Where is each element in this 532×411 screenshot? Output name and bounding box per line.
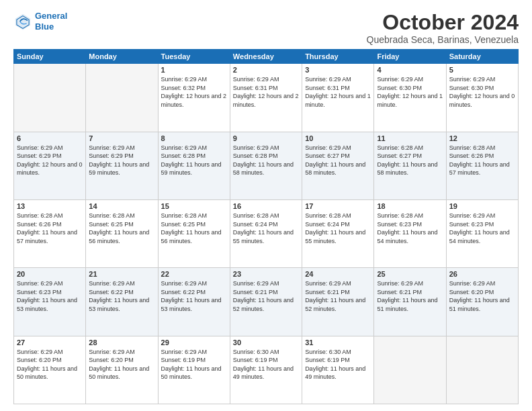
calendar-cell: 20Sunrise: 6:29 AM Sunset: 6:23 PM Dayli… xyxy=(14,268,86,336)
day-info: Sunrise: 6:28 AM Sunset: 6:25 PM Dayligh… xyxy=(89,212,154,245)
week-row-5: 27Sunrise: 6:29 AM Sunset: 6:20 PM Dayli… xyxy=(14,336,519,404)
page: General Blue October 2024 Quebrada Seca,… xyxy=(0,0,532,411)
calendar-cell: 25Sunrise: 6:29 AM Sunset: 6:21 PM Dayli… xyxy=(374,268,446,336)
calendar-cell: 17Sunrise: 6:28 AM Sunset: 6:24 PM Dayli… xyxy=(302,199,374,267)
day-info: Sunrise: 6:29 AM Sunset: 6:20 PM Dayligh… xyxy=(17,348,83,381)
location-subtitle: Quebrada Seca, Barinas, Venezuela xyxy=(367,34,519,45)
month-title: October 2024 xyxy=(367,11,519,34)
day-info: Sunrise: 6:28 AM Sunset: 6:24 PM Dayligh… xyxy=(233,212,299,245)
day-number: 18 xyxy=(377,202,443,210)
day-info: Sunrise: 6:29 AM Sunset: 6:29 PM Dayligh… xyxy=(17,144,83,177)
calendar-cell: 16Sunrise: 6:28 AM Sunset: 6:24 PM Dayli… xyxy=(230,199,302,267)
day-info: Sunrise: 6:29 AM Sunset: 6:21 PM Dayligh… xyxy=(377,279,443,313)
day-info: Sunrise: 6:29 AM Sunset: 6:21 PM Dayligh… xyxy=(233,279,299,313)
calendar-cell: 18Sunrise: 6:28 AM Sunset: 6:23 PM Dayli… xyxy=(374,199,446,267)
day-number: 29 xyxy=(161,338,227,347)
header: General Blue October 2024 Quebrada Seca,… xyxy=(13,11,519,45)
day-number: 4 xyxy=(377,66,443,74)
day-info: Sunrise: 6:30 AM Sunset: 6:19 PM Dayligh… xyxy=(233,348,299,381)
day-info: Sunrise: 6:29 AM Sunset: 6:23 PM Dayligh… xyxy=(17,279,83,313)
day-info: Sunrise: 6:29 AM Sunset: 6:31 PM Dayligh… xyxy=(305,75,371,109)
logo-line2: Blue xyxy=(35,21,54,32)
day-number: 15 xyxy=(161,202,227,210)
day-info: Sunrise: 6:28 AM Sunset: 6:23 PM Dayligh… xyxy=(377,212,443,245)
week-row-2: 6Sunrise: 6:29 AM Sunset: 6:29 PM Daylig… xyxy=(14,132,519,199)
calendar-cell xyxy=(86,64,158,132)
day-info: Sunrise: 6:29 AM Sunset: 6:32 PM Dayligh… xyxy=(161,75,227,109)
calendar-cell: 21Sunrise: 6:29 AM Sunset: 6:22 PM Dayli… xyxy=(86,268,158,336)
logo-text: General Blue xyxy=(35,11,67,32)
day-info: Sunrise: 6:29 AM Sunset: 6:19 PM Dayligh… xyxy=(161,348,227,381)
calendar-cell: 23Sunrise: 6:29 AM Sunset: 6:21 PM Dayli… xyxy=(230,268,302,336)
header-row: Sunday Monday Tuesday Wednesday Thursday… xyxy=(14,50,519,64)
day-info: Sunrise: 6:29 AM Sunset: 6:31 PM Dayligh… xyxy=(233,75,299,109)
calendar-cell: 7Sunrise: 6:29 AM Sunset: 6:29 PM Daylig… xyxy=(86,132,158,199)
day-info: Sunrise: 6:29 AM Sunset: 6:30 PM Dayligh… xyxy=(377,75,443,109)
day-number: 17 xyxy=(305,202,371,210)
logo-icon xyxy=(13,12,32,31)
day-number: 1 xyxy=(161,66,227,74)
title-block: October 2024 Quebrada Seca, Barinas, Ven… xyxy=(367,11,519,45)
calendar-cell: 12Sunrise: 6:28 AM Sunset: 6:26 PM Dayli… xyxy=(446,132,518,199)
calendar-cell xyxy=(374,336,446,404)
calendar-cell: 27Sunrise: 6:29 AM Sunset: 6:20 PM Dayli… xyxy=(14,336,86,404)
calendar-cell: 31Sunrise: 6:30 AM Sunset: 6:19 PM Dayli… xyxy=(302,336,374,404)
day-info: Sunrise: 6:29 AM Sunset: 6:23 PM Dayligh… xyxy=(449,212,515,245)
calendar-table: Sunday Monday Tuesday Wednesday Thursday… xyxy=(13,49,519,404)
col-saturday: Saturday xyxy=(446,50,518,64)
calendar-cell: 30Sunrise: 6:30 AM Sunset: 6:19 PM Dayli… xyxy=(230,336,302,404)
week-row-4: 20Sunrise: 6:29 AM Sunset: 6:23 PM Dayli… xyxy=(14,268,519,336)
svg-marker-0 xyxy=(15,13,30,30)
calendar-cell: 10Sunrise: 6:29 AM Sunset: 6:27 PM Dayli… xyxy=(302,132,374,199)
day-number: 21 xyxy=(89,270,154,278)
day-number: 31 xyxy=(305,338,371,347)
day-info: Sunrise: 6:29 AM Sunset: 6:21 PM Dayligh… xyxy=(305,279,371,313)
day-number: 7 xyxy=(89,134,154,142)
calendar-cell: 4Sunrise: 6:29 AM Sunset: 6:30 PM Daylig… xyxy=(374,64,446,132)
day-info: Sunrise: 6:29 AM Sunset: 6:22 PM Dayligh… xyxy=(161,279,227,313)
calendar-cell: 13Sunrise: 6:28 AM Sunset: 6:26 PM Dayli… xyxy=(14,199,86,267)
calendar-cell: 24Sunrise: 6:29 AM Sunset: 6:21 PM Dayli… xyxy=(302,268,374,336)
col-monday: Monday xyxy=(86,50,158,64)
day-info: Sunrise: 6:28 AM Sunset: 6:26 PM Dayligh… xyxy=(17,212,83,245)
day-number: 13 xyxy=(17,202,83,210)
col-wednesday: Wednesday xyxy=(230,50,302,64)
calendar-cell: 11Sunrise: 6:28 AM Sunset: 6:27 PM Dayli… xyxy=(374,132,446,199)
day-info: Sunrise: 6:29 AM Sunset: 6:22 PM Dayligh… xyxy=(89,279,154,313)
calendar-cell: 14Sunrise: 6:28 AM Sunset: 6:25 PM Dayli… xyxy=(86,199,158,267)
calendar-cell: 8Sunrise: 6:29 AM Sunset: 6:28 PM Daylig… xyxy=(158,132,230,199)
calendar-cell xyxy=(446,336,518,404)
day-info: Sunrise: 6:29 AM Sunset: 6:29 PM Dayligh… xyxy=(89,144,154,177)
calendar-cell: 19Sunrise: 6:29 AM Sunset: 6:23 PM Dayli… xyxy=(446,199,518,267)
col-friday: Friday xyxy=(374,50,446,64)
calendar-cell: 3Sunrise: 6:29 AM Sunset: 6:31 PM Daylig… xyxy=(302,64,374,132)
col-tuesday: Tuesday xyxy=(158,50,230,64)
day-info: Sunrise: 6:28 AM Sunset: 6:24 PM Dayligh… xyxy=(305,212,371,245)
calendar-cell xyxy=(14,64,86,132)
logo-line1: General xyxy=(35,11,67,21)
day-number: 19 xyxy=(449,202,515,210)
day-info: Sunrise: 6:28 AM Sunset: 6:27 PM Dayligh… xyxy=(377,144,443,177)
calendar-cell: 29Sunrise: 6:29 AM Sunset: 6:19 PM Dayli… xyxy=(158,336,230,404)
day-info: Sunrise: 6:30 AM Sunset: 6:19 PM Dayligh… xyxy=(305,348,371,381)
day-info: Sunrise: 6:29 AM Sunset: 6:30 PM Dayligh… xyxy=(449,75,515,109)
day-number: 23 xyxy=(233,270,299,278)
day-number: 26 xyxy=(449,270,515,278)
day-info: Sunrise: 6:29 AM Sunset: 6:28 PM Dayligh… xyxy=(161,144,227,177)
day-number: 12 xyxy=(449,134,515,142)
week-row-3: 13Sunrise: 6:28 AM Sunset: 6:26 PM Dayli… xyxy=(14,199,519,267)
day-number: 16 xyxy=(233,202,299,210)
logo: General Blue xyxy=(13,11,67,32)
day-number: 24 xyxy=(305,270,371,278)
calendar-cell: 15Sunrise: 6:28 AM Sunset: 6:25 PM Dayli… xyxy=(158,199,230,267)
day-number: 3 xyxy=(305,66,371,74)
calendar-cell: 2Sunrise: 6:29 AM Sunset: 6:31 PM Daylig… xyxy=(230,64,302,132)
col-sunday: Sunday xyxy=(14,50,86,64)
day-number: 8 xyxy=(161,134,227,142)
day-number: 30 xyxy=(233,338,299,347)
day-info: Sunrise: 6:29 AM Sunset: 6:27 PM Dayligh… xyxy=(305,144,371,177)
col-thursday: Thursday xyxy=(302,50,374,64)
week-row-1: 1Sunrise: 6:29 AM Sunset: 6:32 PM Daylig… xyxy=(14,64,519,132)
day-number: 5 xyxy=(449,66,515,74)
day-info: Sunrise: 6:28 AM Sunset: 6:26 PM Dayligh… xyxy=(449,144,515,177)
